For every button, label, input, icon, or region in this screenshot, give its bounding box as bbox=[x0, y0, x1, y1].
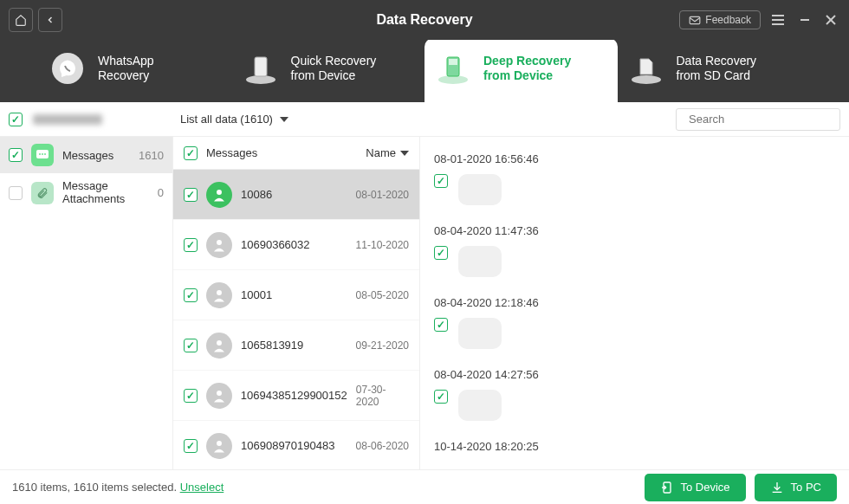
device-deep-icon bbox=[433, 48, 473, 88]
thread-name: 10694385129900152 bbox=[241, 389, 347, 402]
message-checkbox[interactable] bbox=[434, 390, 448, 404]
download-icon bbox=[770, 481, 784, 494]
svg-point-23 bbox=[217, 340, 222, 346]
avatar bbox=[206, 333, 232, 359]
sort-by-name[interactable]: Name bbox=[366, 146, 409, 159]
chevron-down-icon bbox=[400, 151, 409, 156]
to-device-icon bbox=[660, 481, 674, 494]
sidebar-count: 1610 bbox=[139, 149, 164, 162]
message-timestamp: 08-04-2020 11:47:36 bbox=[420, 217, 849, 241]
select-all-threads-checkbox[interactable] bbox=[184, 146, 198, 160]
thread-name: 106908970190483 bbox=[241, 439, 334, 452]
thread-checkbox[interactable] bbox=[184, 238, 198, 252]
unselect-link[interactable]: Unselect bbox=[180, 481, 224, 494]
back-button[interactable] bbox=[38, 8, 62, 32]
to-pc-button[interactable]: To PC bbox=[755, 474, 837, 501]
thread-list: Messages Name 10086 08-01-2020 106903660… bbox=[173, 137, 420, 469]
svg-point-25 bbox=[217, 441, 222, 446]
to-device-button[interactable]: To Device bbox=[645, 474, 746, 501]
feedback-button[interactable]: Feedback bbox=[679, 10, 761, 29]
message-bubble bbox=[458, 174, 502, 205]
svg-rect-0 bbox=[690, 16, 700, 23]
message-checkbox[interactable] bbox=[434, 318, 448, 332]
minimize-button[interactable] bbox=[795, 14, 814, 26]
thread-name: 10001 bbox=[241, 288, 272, 301]
message-row bbox=[420, 384, 849, 426]
thread-date: 08-01-2020 bbox=[356, 189, 409, 201]
tab-sd-recovery[interactable]: Data Recoveryfrom SD Card bbox=[618, 38, 811, 102]
message-timestamp: 08-04-2020 14:27:56 bbox=[420, 361, 849, 384]
thread-name: 1065813919 bbox=[241, 339, 303, 352]
svg-point-18 bbox=[42, 153, 43, 155]
select-all-checkbox[interactable] bbox=[9, 113, 23, 126]
sidebar-label: Messages bbox=[62, 149, 130, 162]
thread-date: 09-21-2020 bbox=[356, 339, 409, 352]
svg-point-21 bbox=[217, 240, 222, 245]
thread-item[interactable]: 10001 08-05-2020 bbox=[173, 270, 419, 320]
thread-checkbox[interactable] bbox=[184, 439, 198, 453]
svg-rect-9 bbox=[255, 57, 267, 76]
thread-checkbox[interactable] bbox=[184, 188, 198, 202]
message-timestamp: 10-14-2020 18:20:25 bbox=[420, 433, 849, 456]
filter-dropdown[interactable]: List all data (1610) bbox=[180, 113, 288, 126]
tab-quick-recovery[interactable]: Quick Recoveryfrom Device bbox=[232, 38, 425, 102]
category-sidebar: Messages 1610 Message Attachments 0 bbox=[0, 137, 173, 469]
footer-bar: 1610 items, 1610 items selected. Unselec… bbox=[0, 469, 849, 504]
sidebar-item-attachments[interactable]: Message Attachments 0 bbox=[0, 173, 172, 213]
thread-item[interactable]: 106908970190483 08-06-2020 bbox=[173, 421, 419, 469]
search-input[interactable] bbox=[689, 113, 834, 126]
list-title: Messages bbox=[206, 146, 257, 159]
message-checkbox[interactable] bbox=[434, 246, 448, 260]
message-timestamp: 08-01-2020 16:56:46 bbox=[420, 145, 849, 169]
chevron-down-icon bbox=[280, 117, 288, 122]
message-row bbox=[420, 169, 849, 210]
title-bar: Data Recovery Feedback bbox=[0, 0, 849, 40]
category-checkbox[interactable] bbox=[9, 148, 23, 162]
message-bubble bbox=[458, 318, 502, 349]
tab-deep-recovery[interactable]: Deep Recoveryfrom Device bbox=[424, 38, 618, 102]
attachments-icon bbox=[31, 182, 54, 204]
messages-icon bbox=[31, 144, 54, 166]
thread-item[interactable]: 1065813919 09-21-2020 bbox=[173, 320, 419, 371]
whatsapp-icon bbox=[48, 48, 87, 88]
thread-name: 10690366032 bbox=[241, 238, 310, 251]
avatar bbox=[206, 232, 232, 258]
search-box[interactable] bbox=[676, 108, 840, 131]
device-quick-icon bbox=[241, 48, 281, 88]
page-title: Data Recovery bbox=[376, 12, 472, 28]
svg-rect-12 bbox=[449, 59, 457, 65]
svg-point-19 bbox=[44, 153, 46, 155]
thread-checkbox[interactable] bbox=[184, 339, 198, 352]
tab-whatsapp-recovery[interactable]: WhatsAppRecovery bbox=[39, 38, 232, 102]
thread-checkbox[interactable] bbox=[184, 288, 198, 302]
avatar bbox=[206, 383, 232, 409]
thread-item[interactable]: 10694385129900152 07-30-2020 bbox=[173, 371, 419, 421]
avatar bbox=[206, 433, 232, 459]
message-bubble bbox=[458, 246, 502, 277]
device-name bbox=[33, 114, 102, 125]
category-checkbox[interactable] bbox=[9, 186, 23, 200]
svg-point-22 bbox=[217, 290, 222, 295]
home-button[interactable] bbox=[9, 8, 33, 32]
thread-item[interactable]: 10086 08-01-2020 bbox=[173, 170, 419, 220]
message-checkbox[interactable] bbox=[434, 174, 448, 188]
svg-point-17 bbox=[39, 153, 41, 155]
thread-date: 07-30-2020 bbox=[356, 384, 409, 408]
feedback-label: Feedback bbox=[705, 14, 751, 26]
avatar bbox=[206, 282, 232, 308]
thread-date: 11-10-2020 bbox=[356, 239, 409, 251]
toolbar: List all data (1610) bbox=[0, 102, 849, 137]
thread-date: 08-05-2020 bbox=[356, 289, 409, 301]
sidebar-item-messages[interactable]: Messages 1610 bbox=[0, 137, 172, 173]
message-row bbox=[420, 313, 849, 354]
thread-item[interactable]: 10690366032 11-10-2020 bbox=[173, 220, 419, 270]
svg-point-20 bbox=[217, 190, 222, 195]
selection-status: 1610 items, 1610 items selected. Unselec… bbox=[12, 481, 224, 494]
mode-tabs: WhatsAppRecovery Quick Recoveryfrom Devi… bbox=[0, 40, 849, 102]
thread-name: 10086 bbox=[241, 188, 272, 201]
thread-checkbox[interactable] bbox=[184, 389, 198, 403]
mail-icon bbox=[689, 16, 701, 25]
close-button[interactable] bbox=[821, 14, 840, 26]
message-timestamp: 08-04-2020 12:18:46 bbox=[420, 289, 849, 313]
menu-button[interactable] bbox=[768, 14, 788, 26]
